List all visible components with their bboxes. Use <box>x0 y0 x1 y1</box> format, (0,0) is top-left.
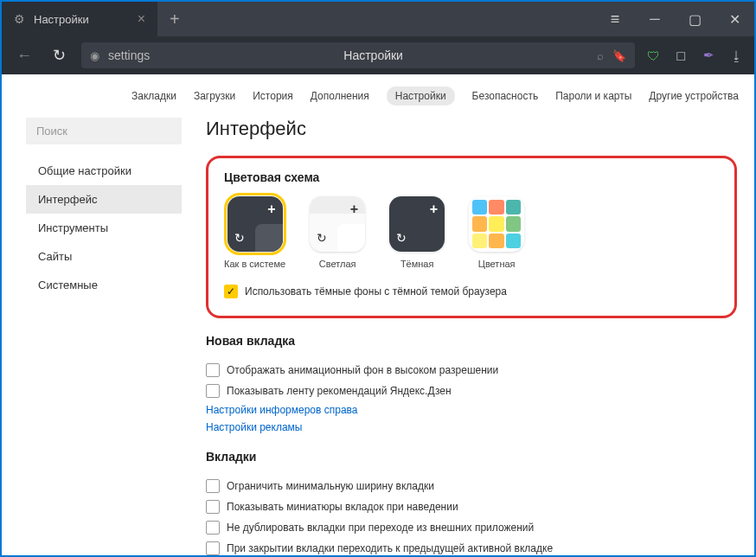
checkbox-label: Не дублировать вкладки при переходе из в… <box>227 522 534 534</box>
checkbox-icon[interactable] <box>206 500 220 514</box>
checkbox-icon[interactable] <box>206 541 220 555</box>
settings-panel: Интерфейс Цветовая схема +↻Как в системе… <box>182 118 737 555</box>
theme-tile: +↻ <box>310 196 365 252</box>
checkbox-label: Использовать тёмные фоны с тёмной темой … <box>245 285 507 298</box>
downloads-icon[interactable]: ⭳ <box>728 48 744 63</box>
bookmark-icon[interactable]: 🔖 <box>612 49 626 62</box>
checkbox-row[interactable]: Показывать ленту рекомендаций Яндекс.Дзе… <box>206 381 737 401</box>
url-box[interactable]: ◉ settings Настройки ⌕ 🔖 <box>81 42 635 68</box>
section-title-new-tab: Новая вкладка <box>206 334 737 348</box>
checkbox-label: При закрытии вкладки переходить к предыд… <box>227 542 553 554</box>
checkbox-icon[interactable] <box>206 384 220 398</box>
sidebar-item[interactable]: Инструменты <box>26 214 182 242</box>
gear-icon: ⚙ <box>14 12 25 26</box>
sidebar-item[interactable]: Сайты <box>26 242 182 271</box>
checkbox-row[interactable]: Показывать миниатюры вкладок при наведен… <box>206 496 737 517</box>
topnav-item[interactable]: Дополнения <box>311 90 369 102</box>
tabs-section: Вкладки Ограничить минимальную ширину вк… <box>206 450 737 555</box>
checkbox-label: Показывать ленту рекомендаций Яндекс.Дзе… <box>227 385 452 397</box>
sidebar-item[interactable]: Общие настройки <box>26 157 182 185</box>
color-scheme-section: Цветовая схема +↻Как в системе+↻Светлая+… <box>206 156 737 318</box>
sidebar: Поиск Общие настройкиИнтерфейсИнструмент… <box>26 118 182 555</box>
topnav-item[interactable]: Загрузки <box>194 90 235 102</box>
theme-label: Светлая <box>319 259 356 269</box>
topnav-item[interactable]: Закладки <box>131 90 176 102</box>
checkbox-icon[interactable] <box>206 363 220 377</box>
theme-option-dark[interactable]: +↻Тёмная <box>389 196 445 269</box>
checkbox-label: Отображать анимационный фон в высоком ра… <box>227 364 498 376</box>
content-area: ЗакладкиЗагрузкиИсторияДополненияНастрой… <box>2 74 754 555</box>
topnav-item[interactable]: Другие устройства <box>649 90 739 102</box>
section-title-tabs: Вкладки <box>206 450 737 464</box>
theme-option-color[interactable]: Цветная <box>469 196 524 269</box>
back-button[interactable]: ← <box>12 47 36 65</box>
checkbox-icon[interactable] <box>206 479 220 493</box>
checkbox-icon[interactable] <box>206 521 220 535</box>
checkbox-row[interactable]: Ограничить минимальную ширину вкладки <box>206 476 737 496</box>
menu-button[interactable]: ≡ <box>595 2 635 36</box>
theme-option-light[interactable]: +↻Светлая <box>310 196 365 269</box>
theme-label: Тёмная <box>400 259 434 269</box>
topnav-item[interactable]: Безопасность <box>472 90 539 102</box>
minimize-button[interactable]: ─ <box>635 2 675 36</box>
search-input[interactable]: Поиск <box>26 118 182 144</box>
top-nav: ЗакладкиЗагрузкиИсторияДополненияНастрой… <box>2 74 754 118</box>
topnav-item[interactable]: История <box>253 90 293 102</box>
search-icon[interactable]: ⌕ <box>597 49 604 62</box>
settings-link[interactable]: Настройки информеров справа <box>206 401 737 419</box>
shield-icon[interactable]: 🛡 <box>645 48 661 63</box>
close-window-button[interactable]: ✕ <box>714 2 754 36</box>
url-right-icons: ⌕ 🔖 <box>597 49 626 62</box>
dark-bg-checkbox-row[interactable]: ✓ Использовать тёмные фоны с тёмной темо… <box>224 281 719 302</box>
theme-label: Как в системе <box>224 259 285 269</box>
checkbox-label: Ограничить минимальную ширину вкладки <box>227 480 434 492</box>
theme-option-sys[interactable]: +↻Как в системе <box>224 196 285 269</box>
titlebar: ⚙ Настройки × + ≡ ─ ▢ ✕ <box>2 2 754 36</box>
section-title-color-scheme: Цветовая схема <box>224 170 719 184</box>
topnav-item[interactable]: Пароли и карты <box>555 90 631 102</box>
theme-tile: +↻ <box>227 196 283 252</box>
sidebar-item[interactable]: Системные <box>26 271 182 299</box>
checkbox-row[interactable]: При закрытии вкладки переходить к предыд… <box>206 538 737 555</box>
checkbox-icon[interactable]: ✓ <box>224 285 238 298</box>
settings-link[interactable]: Настройки рекламы <box>206 419 737 436</box>
feather-icon[interactable]: ✒ <box>701 48 716 63</box>
maximize-button[interactable]: ▢ <box>675 2 714 36</box>
topnav-item[interactable]: Настройки <box>387 86 455 106</box>
new-tab-button[interactable]: + <box>170 10 180 29</box>
window-controls: ≡ ─ ▢ ✕ <box>595 2 754 36</box>
checkbox-row[interactable]: Отображать анимационный фон в высоком ра… <box>206 360 737 381</box>
tab-title: Настройки <box>34 13 129 26</box>
theme-tile <box>469 196 524 252</box>
theme-label: Цветная <box>478 259 516 269</box>
url-page-title: Настройки <box>343 48 403 62</box>
sidebar-item[interactable]: Интерфейс <box>26 185 182 214</box>
site-icon: ◉ <box>90 49 99 62</box>
profile-icon[interactable]: ◻ <box>673 48 689 63</box>
url-text: settings <box>108 48 150 62</box>
new-tab-section: Новая вкладка Отображать анимационный фо… <box>206 334 737 436</box>
checkbox-row[interactable]: Не дублировать вкладки при переходе из в… <box>206 517 737 538</box>
reload-button[interactable]: ↻ <box>47 46 71 65</box>
page-title: Интерфейс <box>206 118 737 140</box>
checkbox-label: Показывать миниатюры вкладок при наведен… <box>227 501 458 513</box>
address-bar: ← ↻ ◉ settings Настройки ⌕ 🔖 🛡 ◻ ✒ ⭳ <box>2 36 754 74</box>
browser-tab[interactable]: ⚙ Настройки × <box>2 2 157 36</box>
theme-tile: +↻ <box>389 196 445 252</box>
close-tab-icon[interactable]: × <box>138 11 145 27</box>
